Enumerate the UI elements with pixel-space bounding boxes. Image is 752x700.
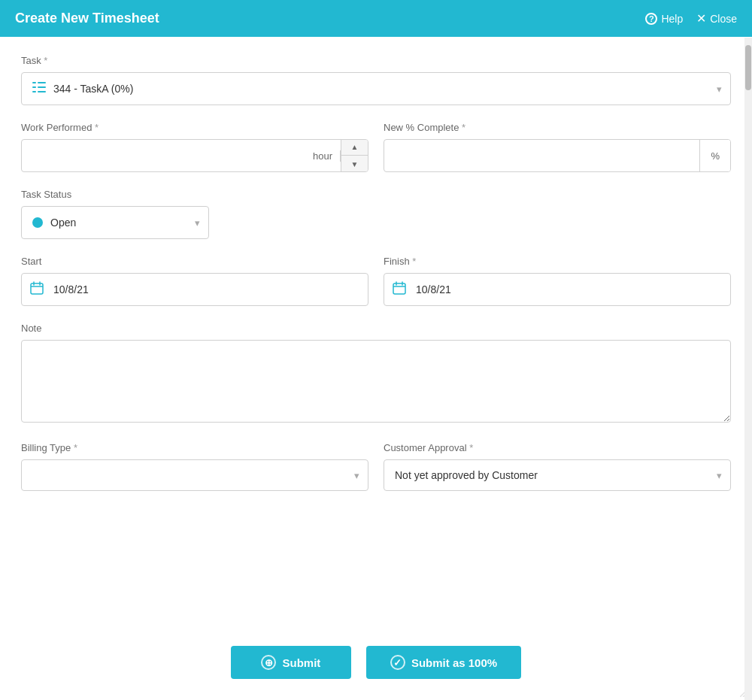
date-row: Start 10/8/21 — [21, 256, 731, 306]
help-label: Help — [661, 13, 683, 25]
svg-rect-0 — [32, 82, 36, 83]
finish-date-value: 10/8/21 — [416, 283, 451, 295]
work-spinner: ▲ ▼ — [341, 139, 368, 172]
approval-required: * — [469, 442, 473, 453]
task-label: Task * — [21, 55, 731, 66]
svg-rect-4 — [32, 91, 36, 92]
task-required: * — [44, 55, 47, 66]
customer-approval-select[interactable]: Not yet approved by Customer Approved by… — [384, 459, 731, 491]
submit-100-button[interactable]: ✓ Submit as 100% — [366, 646, 521, 679]
modal-title: Create New Timesheet — [15, 11, 159, 26]
note-section: Note — [21, 323, 731, 426]
finish-section: Finish * 10/8/21 — [384, 256, 731, 306]
submit-label: Submit — [282, 656, 320, 669]
percent-symbol: % — [699, 140, 730, 171]
svg-rect-5 — [38, 91, 46, 92]
header-actions: ? Help ✕ Close — [645, 11, 737, 26]
status-dot-icon — [32, 217, 43, 228]
billing-type-select[interactable] — [21, 459, 368, 491]
close-button[interactable]: ✕ Close — [696, 11, 737, 26]
task-status-select[interactable]: Open — [21, 206, 209, 239]
start-date-wrapper[interactable]: 10/8/21 — [21, 273, 368, 306]
svg-rect-2 — [32, 86, 36, 88]
start-section: Start 10/8/21 — [21, 256, 368, 306]
start-date-value: 10/8/21 — [53, 283, 89, 295]
work-performed-input: 1.00 hour ▲ ▼ — [21, 139, 368, 172]
task-section: Task * 344 - TaskA (0 — [21, 55, 731, 105]
work-performed-field[interactable]: 1.00 — [22, 142, 305, 169]
scrollbar-thumb — [745, 45, 751, 90]
percent-input-wrapper: 0 % — [384, 139, 731, 172]
task-status-section: Task Status Open ▾ — [21, 189, 731, 239]
task-list-icon — [32, 82, 46, 95]
modal-body: Task * 344 - TaskA (0 — [0, 37, 752, 631]
svg-rect-10 — [393, 283, 405, 294]
scrollbar[interactable] — [744, 38, 752, 700]
finish-date-field[interactable]: 10/8/21 — [384, 273, 731, 306]
submit-icon: ⊕ — [261, 655, 276, 670]
start-date-field[interactable]: 10/8/21 — [21, 273, 368, 306]
percent-label: New % Complete * — [384, 122, 731, 133]
help-icon: ? — [645, 13, 657, 25]
close-label: Close — [710, 13, 737, 25]
customer-approval-wrapper[interactable]: Not yet approved by Customer Approved by… — [384, 459, 731, 491]
work-increment-button[interactable]: ▲ — [341, 139, 368, 156]
task-status-wrapper[interactable]: Open ▾ — [21, 206, 209, 239]
percent-required: * — [462, 122, 465, 133]
close-icon: ✕ — [696, 11, 706, 26]
note-label: Note — [21, 323, 731, 334]
billing-type-section: Billing Type * ▾ — [21, 442, 368, 491]
svg-rect-3 — [38, 86, 46, 88]
modal-header: Create New Timesheet ? Help ✕ Close — [0, 0, 752, 37]
work-unit-label: hour — [305, 150, 341, 162]
percent-complete-section: New % Complete * 0 % — [384, 122, 731, 172]
start-calendar-icon — [30, 281, 44, 298]
billing-approval-row: Billing Type * ▾ Customer Approval * — [21, 442, 731, 491]
help-button[interactable]: ? Help — [645, 13, 683, 25]
percent-field[interactable]: 0 — [384, 142, 699, 169]
submit-100-label: Submit as 100% — [411, 656, 497, 669]
note-textarea[interactable] — [21, 340, 731, 423]
work-decrement-button[interactable]: ▼ — [341, 156, 368, 172]
svg-rect-1 — [38, 82, 46, 83]
task-select-wrapper[interactable]: 344 - TaskA (0%) ▾ — [21, 72, 731, 105]
billing-type-wrapper[interactable]: ▾ — [21, 459, 368, 491]
svg-rect-6 — [31, 283, 43, 294]
billing-required: * — [74, 442, 77, 453]
create-timesheet-modal: Create New Timesheet ? Help ✕ Close Task… — [0, 0, 752, 700]
start-label: Start — [21, 256, 368, 267]
work-percent-row: Work Performed * 1.00 hour ▲ ▼ New % Com… — [21, 122, 731, 172]
work-performed-label: Work Performed * — [21, 122, 368, 133]
customer-approval-section: Customer Approval * Not yet approved by … — [384, 442, 731, 491]
task-value: 344 - TaskA (0%) — [53, 83, 133, 95]
finish-label: Finish * — [384, 256, 731, 267]
task-select-display[interactable]: 344 - TaskA (0%) — [21, 72, 731, 105]
submit-100-icon: ✓ — [390, 655, 405, 670]
customer-approval-label: Customer Approval * — [384, 442, 731, 453]
finish-calendar-icon — [393, 281, 406, 298]
work-performed-section: Work Performed * 1.00 hour ▲ ▼ — [21, 122, 368, 172]
work-required: * — [95, 122, 99, 133]
task-status-label: Task Status — [21, 189, 731, 200]
submit-button[interactable]: ⊕ Submit — [231, 646, 351, 679]
billing-type-label: Billing Type * — [21, 442, 368, 453]
footer-actions: ⊕ Submit ✓ Submit as 100% — [0, 631, 752, 700]
task-status-value: Open — [50, 217, 76, 229]
finish-required: * — [412, 256, 416, 267]
finish-date-wrapper[interactable]: 10/8/21 — [384, 273, 731, 306]
